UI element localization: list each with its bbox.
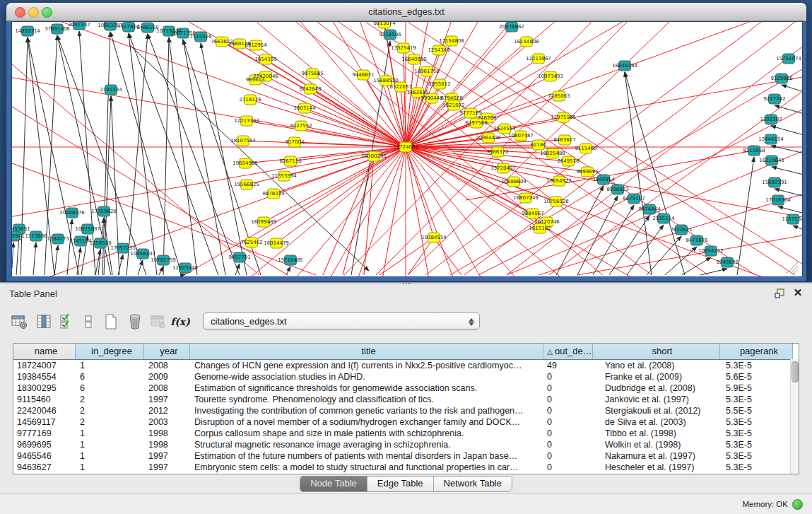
table-cell: 0 xyxy=(543,416,593,428)
memory-ok-indicator-icon[interactable] xyxy=(792,499,803,510)
graph-node-label: 6679197 xyxy=(623,196,645,201)
table-row[interactable]: 911546021997Tourette syndrome. Phenomeno… xyxy=(13,394,799,405)
window-titlebar[interactable]: citations_edges.txt xyxy=(6,3,806,21)
network-canvas[interactable]: 1872400714055714376914062091337106532871… xyxy=(11,21,803,277)
tab-network-table[interactable]: Network Table xyxy=(434,477,512,491)
table-row[interactable]: 946554611997Estimation of the future num… xyxy=(13,450,799,462)
float-panel-icon[interactable] xyxy=(774,288,785,299)
close-panel-icon[interactable]: ✕ xyxy=(792,286,804,299)
table-cell: 5.3E-5 xyxy=(720,428,793,439)
graph-node-label: 7986372 xyxy=(486,149,508,155)
graph-node-label: 15688520 xyxy=(373,78,399,83)
graph-node-label: 8215958 xyxy=(743,148,765,153)
graph-node-label: 10973493 xyxy=(538,74,563,79)
table-row[interactable]: 2242004622012Investigating the contribut… xyxy=(13,405,799,416)
table-cell: 0 xyxy=(543,462,593,473)
table-cell: 0 xyxy=(543,428,593,439)
graph-node-label: 7485063 xyxy=(548,93,570,99)
table-cell: 2009 xyxy=(144,371,190,382)
column-header-pagerank[interactable]: pagerank xyxy=(720,344,793,359)
graph-node-label: 1615182 xyxy=(529,226,551,231)
graph-node-label: 12975185 xyxy=(551,115,576,120)
graph-node-label: 16961758 xyxy=(414,69,440,74)
table-source-selector[interactable]: citations_edges.txt xyxy=(203,313,480,329)
table-toolbar: f(x) citations_edges.txt xyxy=(0,307,812,338)
table-row[interactable]: 1456911722003Disruption of a novel membe… xyxy=(13,416,799,428)
graph-node-label: 16914479 xyxy=(264,240,289,246)
table-body: 1872400712008Changes of HCN gene express… xyxy=(13,360,799,473)
node-table: name in_degree year title △out_de… short… xyxy=(13,343,799,474)
table-panel: Table Panel ✕ xyxy=(0,284,812,514)
choose-columns-icon[interactable] xyxy=(33,311,54,332)
column-header-title[interactable]: title xyxy=(190,344,543,359)
table-row[interactable]: 1938455462009Genome-wide association stu… xyxy=(13,371,799,382)
graph-node-label: 9329966 xyxy=(770,76,793,81)
table-cell: 2012 xyxy=(144,405,190,416)
graph-node-label: 9242848 xyxy=(299,86,321,92)
table-cell: 2 xyxy=(76,394,144,405)
table-cell: Hescheler et al. (1997) xyxy=(593,462,720,473)
graph-node-label: 12923448 xyxy=(172,265,198,271)
column-header-name[interactable]: name xyxy=(13,344,76,359)
graph-node-label: 6794028 xyxy=(440,95,462,101)
table-cell: Corpus callosum shape and size in male p… xyxy=(190,428,543,439)
graph-node-label: 10025488 xyxy=(540,151,565,156)
column-header-in-degree[interactable]: in_degree xyxy=(76,344,144,359)
graph-node-label: 2649579 xyxy=(557,158,579,164)
delete-column-icon[interactable] xyxy=(124,311,146,332)
graph-node-label: 17359928 xyxy=(91,209,117,214)
select-all-icon[interactable] xyxy=(56,311,77,332)
table-row[interactable]: 1830029562008Estimation of significance … xyxy=(13,382,799,394)
table-row[interactable]: 977716911998Corpus callosum shape and si… xyxy=(13,428,799,439)
table-row[interactable]: 946362711997Embryonic stem cells: a mode… xyxy=(13,462,799,473)
graph-node-label: 15716485 xyxy=(278,257,303,263)
table-row[interactable]: 1872400712008Changes of HCN gene express… xyxy=(13,360,799,371)
graph-node-label: 8878334 xyxy=(262,191,285,197)
column-header-short[interactable]: short xyxy=(593,344,720,359)
graph-node-label: 37691406 xyxy=(45,26,70,32)
combo-stepper-icon xyxy=(468,316,474,327)
graph-node-label: 10756928 xyxy=(543,199,569,204)
graph-node-label: 1250518 xyxy=(89,240,111,246)
table-row[interactable]: 969969511998Structural magnetic resonanc… xyxy=(13,439,799,450)
graph-node-label: 9463627 xyxy=(553,137,575,143)
table-cell: 2008 xyxy=(144,382,190,394)
graph-node-label: 917004 xyxy=(286,139,305,145)
function-builder-icon[interactable]: f(x) xyxy=(170,311,191,332)
table-settings-icon[interactable] xyxy=(8,311,30,332)
tab-node-table[interactable]: Node Table xyxy=(300,477,367,491)
graph-node-label: 1167534 xyxy=(782,216,802,222)
table-tabbar: Node Table Edge Table Network Table xyxy=(0,476,812,491)
table-cell: 14569117 xyxy=(13,416,76,428)
create-column-icon[interactable] xyxy=(100,311,122,332)
graph-node-label: 7955812 xyxy=(428,81,450,87)
table-cell: 1997 xyxy=(144,394,190,405)
table-cell: 0 xyxy=(543,450,593,462)
memory-status-label: Memory: OK xyxy=(742,500,788,508)
graph-node-label: 2718126 xyxy=(239,97,261,103)
table-cell: 9465546 xyxy=(13,450,76,462)
graph-node-label: 1209387 xyxy=(760,117,782,122)
scrollbar-thumb[interactable] xyxy=(792,361,799,382)
graph-node-label: 8427552 xyxy=(290,123,312,129)
tab-edge-table[interactable]: Edge Table xyxy=(367,477,434,491)
graph-node-label: 12213343 xyxy=(234,118,259,124)
table-cell: 9777169 xyxy=(13,428,76,439)
column-header-year[interactable]: year xyxy=(144,344,190,359)
graph-node-label: 1362615 xyxy=(406,90,428,95)
graph-node-label: 7632621 xyxy=(670,227,692,233)
graph-node-label: 18724007 xyxy=(393,144,418,150)
graph-node-label: 3624554 xyxy=(493,126,516,132)
column-header-out-degree[interactable]: △out_de… xyxy=(543,344,593,359)
table-cell: Estimation of the future numbers of pati… xyxy=(190,450,543,462)
clear-selection-icon[interactable] xyxy=(78,311,99,332)
graph-node-label: 1145194 xyxy=(69,238,92,244)
table-cell: 5.3E-5 xyxy=(720,416,793,428)
graph-node-label: 12444154 xyxy=(758,136,784,142)
import-table-icon[interactable] xyxy=(147,311,168,332)
graph-node-label: 62160 xyxy=(531,142,546,148)
graph-node-label: 16120746 xyxy=(534,219,560,225)
graph-node-label: 10807487 xyxy=(508,133,534,139)
network-canvas-svg: 1872400714055714376914062091337106532871… xyxy=(12,22,802,276)
table-vertical-scrollbar[interactable] xyxy=(790,359,799,474)
